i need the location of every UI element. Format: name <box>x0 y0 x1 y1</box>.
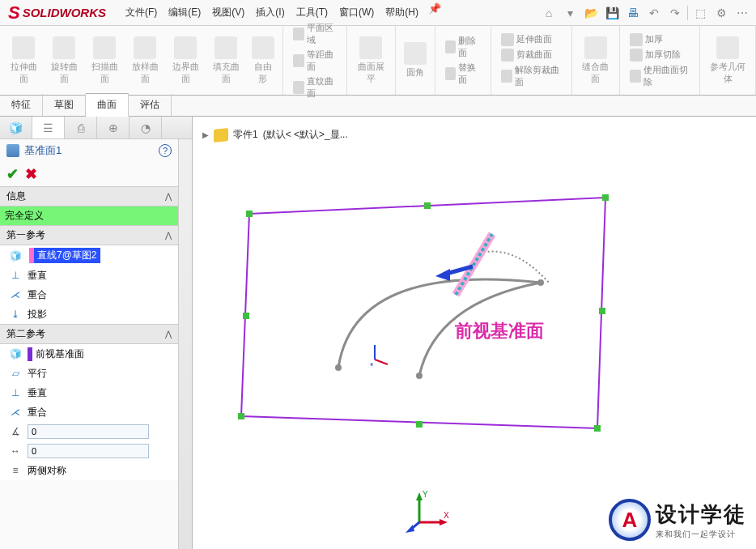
trim-button[interactable]: 剪裁曲面 <box>498 48 564 62</box>
ok-button[interactable]: ✔ <box>6 165 19 183</box>
plane-handle[interactable] <box>424 202 431 209</box>
ruled-button[interactable]: 直纹曲面 <box>290 74 341 100</box>
thicken-cut-button[interactable]: 加厚切除 <box>626 48 693 62</box>
chevron-up-icon: ⋀ <box>165 192 172 201</box>
distance-field[interactable] <box>28 444 149 458</box>
plane-handle[interactable] <box>594 425 601 432</box>
plane-handle[interactable] <box>416 421 423 428</box>
parallel-icon: ▱ <box>8 366 23 381</box>
info-header[interactable]: 信息 ⋀ <box>0 186 178 206</box>
coincident-icon: ⋌ <box>8 287 23 302</box>
menu-help[interactable]: 帮助(H) <box>380 2 423 23</box>
open-icon[interactable]: 📂 <box>582 4 600 22</box>
ref2-label: 第二参考 <box>6 327 45 341</box>
perpendicular-icon: ⊥ <box>8 385 23 400</box>
flatten-button[interactable]: 曲面展平 <box>350 33 391 88</box>
tab-evaluate[interactable]: 评估 <box>129 94 172 116</box>
project-option[interactable]: ⤓ 投影 <box>0 304 178 324</box>
knit-button[interactable]: 缝合曲面 <box>575 33 616 88</box>
thicken-button[interactable]: 加厚 <box>626 32 693 47</box>
ref1-selection[interactable]: 🧊 直线7@草图2 <box>0 245 178 266</box>
angle-input[interactable]: ∡ <box>0 422 178 441</box>
sidebar-scrollbar[interactable] <box>178 139 192 549</box>
ribbon-group-surfaces: 拉伸曲面 旋转曲面 扫描曲面 放样曲面 边界曲面 填充曲面 自由形 <box>0 26 283 95</box>
select-icon[interactable]: ⬚ <box>691 4 709 22</box>
property-tab[interactable]: ☰ <box>32 117 65 138</box>
surface-cut-button[interactable]: 使用曲面切除 <box>626 63 693 89</box>
menu-edit[interactable]: 编辑(E) <box>164 2 206 23</box>
save-icon[interactable]: 💾 <box>603 4 621 22</box>
menu-bar: S SOLIDWORKS 文件(F) 编辑(E) 视图(V) 插入(I) 工具(… <box>0 0 756 26</box>
planar-button[interactable]: 平面区域 <box>290 21 341 47</box>
loft-surface-button[interactable]: 放样曲面 <box>125 33 165 88</box>
config-tab[interactable]: ⎙ <box>65 117 97 138</box>
quick-access-toolbar: ⌂ ▾ 📂 💾 🖶 ↶ ↷ ⬚ ⚙ ⋯ <box>540 4 756 22</box>
tab-surfaces[interactable]: 曲面 <box>86 93 129 117</box>
menu-view[interactable]: 视图(V) <box>207 2 249 23</box>
fillet-button[interactable]: 圆角 <box>399 39 431 82</box>
chevron-up-icon: ⋀ <box>165 330 172 338</box>
tab-features[interactable]: 特征 <box>0 94 43 116</box>
graphics-canvas[interactable]: ▶ 零件1 (默认< <默认>_显... <box>193 117 756 549</box>
plane-handle[interactable] <box>602 194 609 201</box>
ref1-header[interactable]: 第一参考 ⋀ <box>0 225 178 245</box>
ref2-selection[interactable]: 🧊 前视基准面 <box>0 344 178 364</box>
redo-icon[interactable]: ↷ <box>666 4 684 22</box>
command-tabs: 特征 草图 曲面 评估 <box>0 96 756 117</box>
watermark-title: 设计学徒 <box>656 502 746 526</box>
distance-input[interactable]: ↔ <box>0 441 178 461</box>
confirm-row: ✔ ✖ <box>0 162 178 186</box>
delete-face-button[interactable]: 删除面 <box>442 34 485 60</box>
angle-field[interactable] <box>28 424 149 439</box>
new-icon[interactable]: ▾ <box>561 4 579 22</box>
menu-insert[interactable]: 插入(I) <box>251 2 289 23</box>
pin-icon[interactable]: 📌 <box>428 2 441 23</box>
replace-face-button[interactable]: 替换面 <box>442 61 485 87</box>
logo-glyph-icon: S <box>8 2 20 23</box>
help-icon[interactable]: ? <box>159 144 172 157</box>
print-icon[interactable]: 🖶 <box>624 4 642 22</box>
menu-file[interactable]: 文件(F) <box>121 2 162 23</box>
cancel-button[interactable]: ✖ <box>25 165 37 183</box>
plane-handle[interactable] <box>246 211 253 217</box>
view-triad[interactable]: Y X <box>403 486 452 534</box>
watermark-sub: 来和我们一起学设计 <box>656 529 746 540</box>
selection-icon: 🧊 <box>8 249 23 263</box>
revolve-surface-button[interactable]: 旋转曲面 <box>44 33 84 88</box>
undo-icon[interactable]: ↶ <box>645 4 663 22</box>
feature-tree-tab[interactable]: 🧊 <box>0 117 32 138</box>
extend-button[interactable]: 延伸曲面 <box>498 32 564 47</box>
perpendicular-option-2[interactable]: ⊥ 垂直 <box>0 383 178 402</box>
plane-icon <box>6 144 19 157</box>
offset-button[interactable]: 等距曲面 <box>290 48 341 74</box>
fill-surface-button[interactable]: 填充曲面 <box>206 33 246 88</box>
plane-handle[interactable] <box>243 313 249 319</box>
options-icon[interactable]: ⚙ <box>712 4 730 22</box>
extrude-surface-button[interactable]: 拉伸曲面 <box>3 33 44 88</box>
perpendicular-icon: ⊥ <box>8 268 23 283</box>
parallel-option[interactable]: ▱ 平行 <box>0 364 178 383</box>
plane-handle[interactable] <box>599 308 605 314</box>
freeform-button[interactable]: 自由形 <box>246 33 279 88</box>
boundary-surface-button[interactable]: 边界曲面 <box>165 33 206 88</box>
coincident-option-2[interactable]: ⋌ 重合 <box>0 402 178 422</box>
more-icon[interactable]: ⋯ <box>733 4 751 22</box>
symmetric-option[interactable]: ≡ 两侧对称 <box>0 461 178 480</box>
perpendicular-option[interactable]: ⊥ 垂直 <box>0 266 178 285</box>
tab-sketch[interactable]: 草图 <box>43 94 86 116</box>
coincident-option[interactable]: ⋌ 重合 <box>0 285 178 304</box>
reference-geom-button[interactable]: 参考几何体 <box>703 33 752 88</box>
display-tab[interactable]: ◔ <box>130 117 162 138</box>
untrim-button[interactable]: 解除剪裁曲面 <box>498 63 564 89</box>
ref2-header[interactable]: 第二参考 ⋀ <box>0 324 178 344</box>
plane-handle[interactable] <box>238 413 244 419</box>
selection-icon: 🧊 <box>8 347 23 361</box>
endpoint <box>335 364 342 371</box>
sketch-guide <box>476 252 549 283</box>
ribbon-group-trim: 延伸曲面 剪裁曲面 解除剪裁曲面 <box>491 26 571 95</box>
home-icon[interactable]: ⌂ <box>540 4 558 22</box>
ribbon-group-fillet: 圆角 <box>396 26 435 95</box>
dimxpert-tab[interactable]: ⊕ <box>97 117 130 138</box>
svg-marker-7 <box>440 519 448 526</box>
sweep-surface-button[interactable]: 扫描曲面 <box>84 33 125 88</box>
